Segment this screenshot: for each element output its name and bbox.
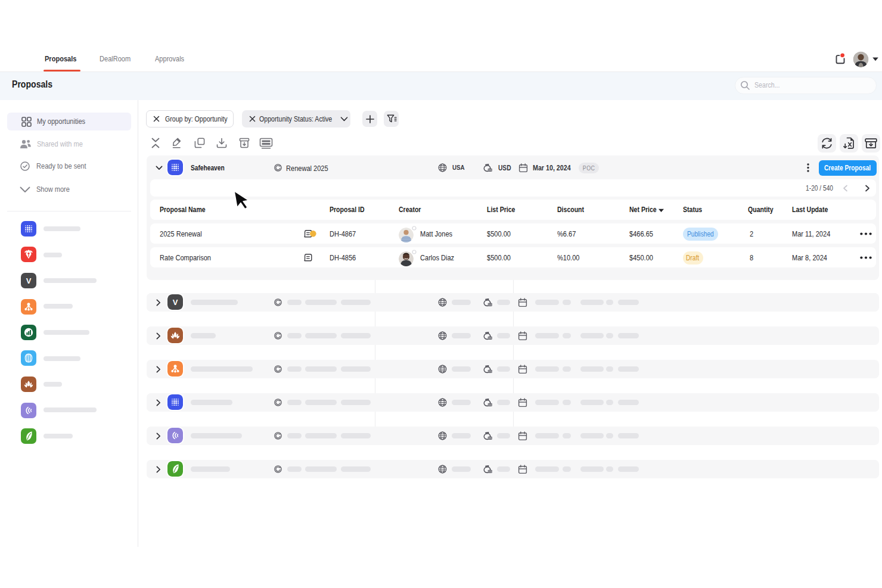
svg-text:V: V xyxy=(173,298,178,307)
svg-text:V: V xyxy=(26,276,32,285)
